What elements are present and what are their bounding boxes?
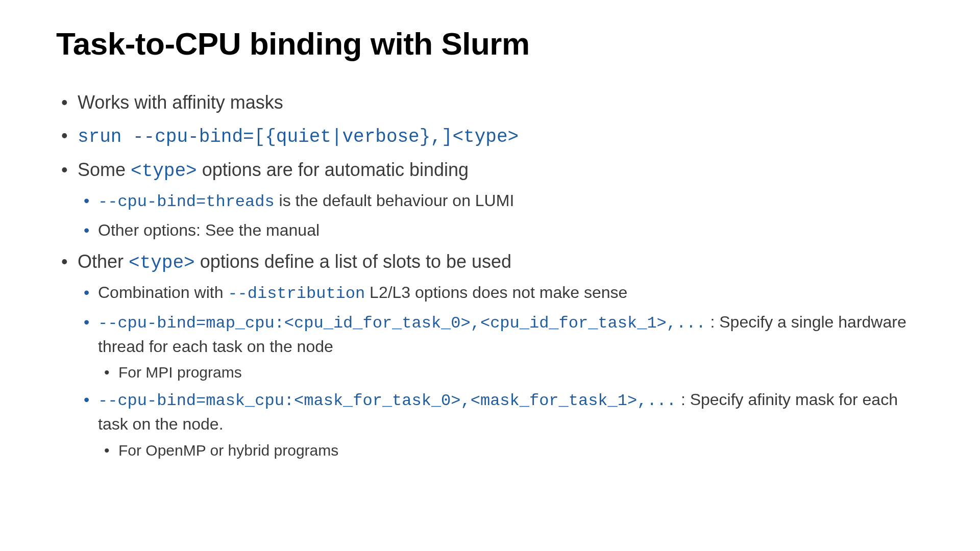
bullet-4c: --cpu-bind=mask_cpu:<mask_for_task_0>,<m… xyxy=(78,388,924,461)
bullet-4c-sub: For OpenMP or hybrid programs xyxy=(98,440,924,461)
slide-title: Task-to-CPU binding with Slurm xyxy=(56,26,924,62)
bullet-4b: --cpu-bind=map_cpu:<cpu_id_for_task_0>,<… xyxy=(78,311,924,384)
bullet-4b-code: --cpu-bind=map_cpu:<cpu_id_for_task_0>,<… xyxy=(98,314,706,333)
bullet-3-pre: Some xyxy=(78,159,131,180)
bullet-3b: Other options: See the manual xyxy=(78,219,924,242)
bullet-3a-code: --cpu-bind=threads xyxy=(98,192,275,211)
bullet-3a: --cpu-bind=threads is the default behavi… xyxy=(78,189,924,214)
bullet-4-post: options define a list of slots to be use… xyxy=(195,251,511,272)
bullet-3b-text: Other options: See the manual xyxy=(98,221,320,239)
bullet-3-type-code: <type> xyxy=(131,161,197,182)
bullet-4c-code: --cpu-bind=mask_cpu:<mask_for_task_0>,<m… xyxy=(98,391,676,410)
bullet-4b-sub-text: For MPI programs xyxy=(118,364,242,381)
bullet-4a: Combination with --distribution L2/L3 op… xyxy=(78,281,924,306)
bullet-1: Works with affinity masks xyxy=(56,90,924,115)
slide: Task-to-CPU binding with Slurm Works wit… xyxy=(0,0,980,495)
bullet-3: Some <type> options are for automatic bi… xyxy=(56,158,924,241)
bullet-2-code: srun --cpu-bind=[{quiet|verbose},]<type> xyxy=(78,127,519,147)
bullet-4-type-code: <type> xyxy=(129,253,195,273)
bullet-4a-code: --distribution xyxy=(228,284,365,303)
bullet-4c-sub-text: For OpenMP or hybrid programs xyxy=(118,442,338,459)
bullet-list: Works with affinity masks srun --cpu-bin… xyxy=(56,90,924,461)
bullet-4-pre: Other xyxy=(78,251,129,272)
bullet-4a-post: L2/L3 options does not make sense xyxy=(365,283,627,302)
bullet-3a-post: is the default behaviour on LUMI xyxy=(275,191,514,210)
bullet-1-text: Works with affinity masks xyxy=(78,92,283,113)
bullet-2: srun --cpu-bind=[{quiet|verbose},]<type> xyxy=(56,123,924,150)
bullet-4: Other <type> options define a list of sl… xyxy=(56,249,924,461)
bullet-4a-pre: Combination with xyxy=(98,283,228,302)
bullet-3-post: options are for automatic binding xyxy=(197,159,469,180)
bullet-4b-sub: For MPI programs xyxy=(98,362,924,383)
